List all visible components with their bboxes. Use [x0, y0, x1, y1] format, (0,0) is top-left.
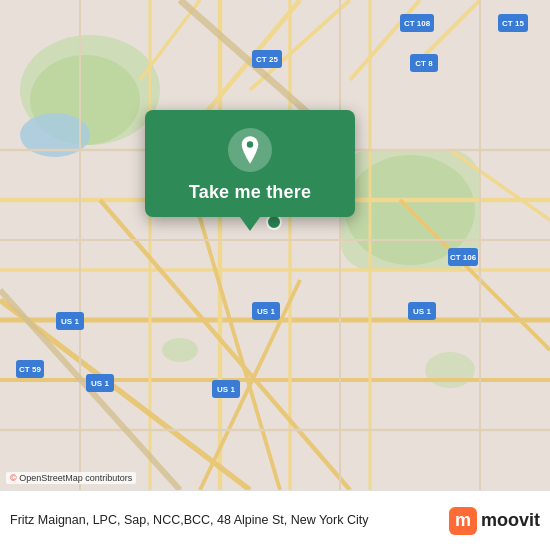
svg-text:US 1: US 1 [217, 385, 235, 394]
location-pin-icon [239, 136, 261, 164]
take-me-there-button[interactable]: Take me there [189, 182, 311, 203]
svg-text:CT 15: CT 15 [502, 19, 524, 28]
svg-text:US 1: US 1 [61, 317, 79, 326]
moovit-m-letter: m [455, 510, 471, 531]
svg-text:CT 8: CT 8 [415, 59, 433, 68]
footer-address: Fritz Maignan, LPC, Sap, NCC,BCC, 48 Alp… [10, 512, 441, 528]
map-container: CT 108 CT 15 CT 25 CT 8 US 1 US 1 US 1 C… [0, 0, 550, 490]
svg-text:US 1: US 1 [91, 379, 109, 388]
svg-point-57 [267, 215, 281, 229]
svg-text:US 1: US 1 [413, 307, 431, 316]
svg-text:CT 106: CT 106 [450, 253, 477, 262]
map-background: CT 108 CT 15 CT 25 CT 8 US 1 US 1 US 1 C… [0, 0, 550, 490]
location-icon-circle [228, 128, 272, 172]
moovit-logo: m moovit [449, 507, 540, 535]
osm-credit: © OpenStreetMap contributors [6, 472, 136, 484]
svg-point-7 [425, 352, 475, 388]
popup-card[interactable]: Take me there [145, 110, 355, 217]
svg-point-6 [162, 338, 198, 362]
moovit-icon: m [449, 507, 477, 535]
svg-point-58 [247, 141, 253, 147]
footer: Fritz Maignan, LPC, Sap, NCC,BCC, 48 Alp… [0, 490, 550, 550]
svg-text:US 1: US 1 [257, 307, 275, 316]
svg-text:CT 25: CT 25 [256, 55, 278, 64]
moovit-text: moovit [481, 510, 540, 531]
svg-text:CT 108: CT 108 [404, 19, 431, 28]
svg-text:CT 59: CT 59 [19, 365, 41, 374]
